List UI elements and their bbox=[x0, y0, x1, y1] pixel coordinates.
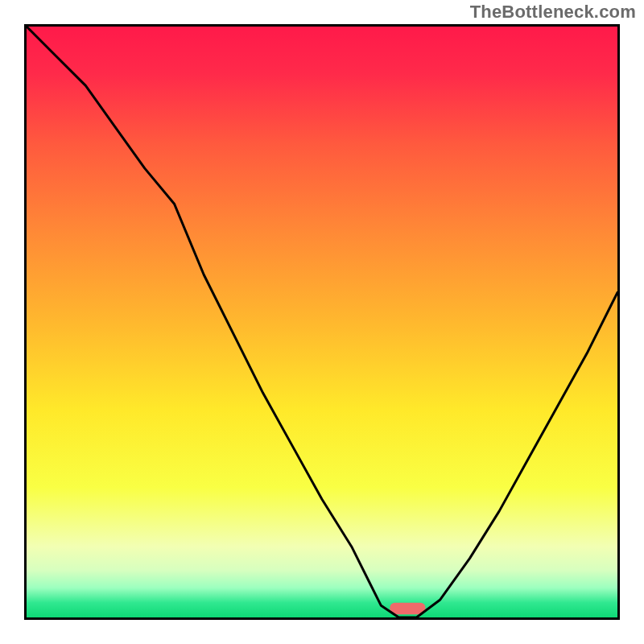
watermark-text: TheBottleneck.com bbox=[470, 2, 636, 23]
plot-background bbox=[27, 27, 617, 617]
plot-frame bbox=[24, 24, 620, 620]
plot-svg bbox=[27, 27, 617, 617]
optimal-marker-pill bbox=[390, 603, 425, 615]
chart-container: TheBottleneck.com bbox=[0, 0, 644, 644]
